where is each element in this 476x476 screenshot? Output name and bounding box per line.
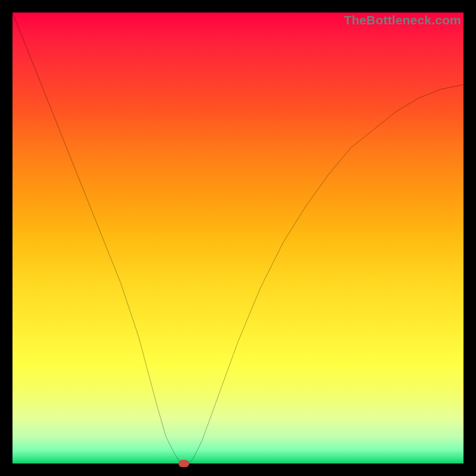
chart-frame: TheBottleneck.com bbox=[0, 0, 476, 476]
watermark-label: TheBottleneck.com bbox=[344, 13, 461, 27]
optimal-point-marker bbox=[178, 460, 189, 467]
bottleneck-curve bbox=[12, 12, 464, 464]
plot-area: TheBottleneck.com bbox=[12, 12, 464, 464]
